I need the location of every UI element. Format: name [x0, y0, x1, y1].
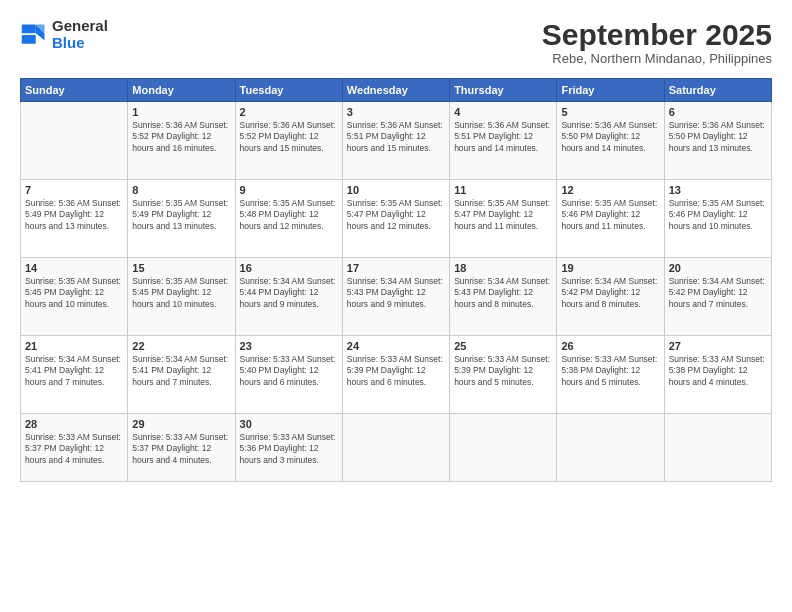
calendar-row: 14Sunrise: 5:35 AM Sunset: 5:45 PM Dayli…	[21, 258, 772, 336]
day-number: 5	[561, 106, 659, 118]
day-number: 29	[132, 418, 230, 430]
day-number: 4	[454, 106, 552, 118]
calendar-cell: 21Sunrise: 5:34 AM Sunset: 5:41 PM Dayli…	[21, 336, 128, 414]
day-number: 3	[347, 106, 445, 118]
calendar-cell: 22Sunrise: 5:34 AM Sunset: 5:41 PM Dayli…	[128, 336, 235, 414]
calendar-cell: 3Sunrise: 5:36 AM Sunset: 5:51 PM Daylig…	[342, 102, 449, 180]
day-info: Sunrise: 5:33 AM Sunset: 5:37 PM Dayligh…	[132, 432, 230, 466]
day-info: Sunrise: 5:34 AM Sunset: 5:43 PM Dayligh…	[347, 276, 445, 310]
day-info: Sunrise: 5:35 AM Sunset: 5:45 PM Dayligh…	[25, 276, 123, 310]
day-info: Sunrise: 5:35 AM Sunset: 5:46 PM Dayligh…	[669, 198, 767, 232]
calendar-cell: 23Sunrise: 5:33 AM Sunset: 5:40 PM Dayli…	[235, 336, 342, 414]
calendar-cell: 25Sunrise: 5:33 AM Sunset: 5:39 PM Dayli…	[450, 336, 557, 414]
day-number: 28	[25, 418, 123, 430]
svg-rect-4	[22, 35, 36, 44]
day-info: Sunrise: 5:36 AM Sunset: 5:51 PM Dayligh…	[347, 120, 445, 154]
logo: General Blue	[20, 18, 108, 51]
day-info: Sunrise: 5:36 AM Sunset: 5:50 PM Dayligh…	[561, 120, 659, 154]
day-info: Sunrise: 5:35 AM Sunset: 5:47 PM Dayligh…	[454, 198, 552, 232]
day-info: Sunrise: 5:36 AM Sunset: 5:52 PM Dayligh…	[132, 120, 230, 154]
day-number: 30	[240, 418, 338, 430]
weekday-header: Friday	[557, 79, 664, 102]
day-number: 26	[561, 340, 659, 352]
weekday-header: Thursday	[450, 79, 557, 102]
day-info: Sunrise: 5:34 AM Sunset: 5:42 PM Dayligh…	[669, 276, 767, 310]
calendar-row: 7Sunrise: 5:36 AM Sunset: 5:49 PM Daylig…	[21, 180, 772, 258]
day-number: 9	[240, 184, 338, 196]
calendar-cell: 9Sunrise: 5:35 AM Sunset: 5:48 PM Daylig…	[235, 180, 342, 258]
calendar-cell: 20Sunrise: 5:34 AM Sunset: 5:42 PM Dayli…	[664, 258, 771, 336]
calendar-cell	[450, 414, 557, 482]
day-info: Sunrise: 5:34 AM Sunset: 5:41 PM Dayligh…	[25, 354, 123, 388]
day-info: Sunrise: 5:36 AM Sunset: 5:51 PM Dayligh…	[454, 120, 552, 154]
month-title: September 2025	[542, 18, 772, 51]
calendar-cell: 18Sunrise: 5:34 AM Sunset: 5:43 PM Dayli…	[450, 258, 557, 336]
day-number: 24	[347, 340, 445, 352]
calendar-cell: 14Sunrise: 5:35 AM Sunset: 5:45 PM Dayli…	[21, 258, 128, 336]
logo-icon	[20, 21, 48, 49]
weekday-header: Monday	[128, 79, 235, 102]
calendar-cell: 11Sunrise: 5:35 AM Sunset: 5:47 PM Dayli…	[450, 180, 557, 258]
day-info: Sunrise: 5:35 AM Sunset: 5:46 PM Dayligh…	[561, 198, 659, 232]
calendar-cell: 5Sunrise: 5:36 AM Sunset: 5:50 PM Daylig…	[557, 102, 664, 180]
day-number: 12	[561, 184, 659, 196]
day-number: 2	[240, 106, 338, 118]
calendar-cell: 15Sunrise: 5:35 AM Sunset: 5:45 PM Dayli…	[128, 258, 235, 336]
location-subtitle: Rebe, Northern Mindanao, Philippines	[542, 51, 772, 66]
calendar-cell: 7Sunrise: 5:36 AM Sunset: 5:49 PM Daylig…	[21, 180, 128, 258]
day-number: 27	[669, 340, 767, 352]
day-info: Sunrise: 5:33 AM Sunset: 5:39 PM Dayligh…	[347, 354, 445, 388]
calendar-cell: 24Sunrise: 5:33 AM Sunset: 5:39 PM Dayli…	[342, 336, 449, 414]
calendar-cell: 27Sunrise: 5:33 AM Sunset: 5:38 PM Dayli…	[664, 336, 771, 414]
calendar-row: 21Sunrise: 5:34 AM Sunset: 5:41 PM Dayli…	[21, 336, 772, 414]
day-info: Sunrise: 5:33 AM Sunset: 5:36 PM Dayligh…	[240, 432, 338, 466]
day-info: Sunrise: 5:33 AM Sunset: 5:38 PM Dayligh…	[561, 354, 659, 388]
day-number: 6	[669, 106, 767, 118]
calendar-cell	[557, 414, 664, 482]
day-info: Sunrise: 5:34 AM Sunset: 5:41 PM Dayligh…	[132, 354, 230, 388]
day-number: 1	[132, 106, 230, 118]
day-info: Sunrise: 5:35 AM Sunset: 5:47 PM Dayligh…	[347, 198, 445, 232]
calendar-row: 28Sunrise: 5:33 AM Sunset: 5:37 PM Dayli…	[21, 414, 772, 482]
day-number: 18	[454, 262, 552, 274]
day-number: 19	[561, 262, 659, 274]
header-row: SundayMondayTuesdayWednesdayThursdayFrid…	[21, 79, 772, 102]
day-number: 16	[240, 262, 338, 274]
calendar-cell: 19Sunrise: 5:34 AM Sunset: 5:42 PM Dayli…	[557, 258, 664, 336]
day-info: Sunrise: 5:36 AM Sunset: 5:52 PM Dayligh…	[240, 120, 338, 154]
day-number: 15	[132, 262, 230, 274]
day-number: 21	[25, 340, 123, 352]
calendar-cell: 13Sunrise: 5:35 AM Sunset: 5:46 PM Dayli…	[664, 180, 771, 258]
calendar-cell	[664, 414, 771, 482]
day-number: 14	[25, 262, 123, 274]
day-number: 7	[25, 184, 123, 196]
calendar-cell: 2Sunrise: 5:36 AM Sunset: 5:52 PM Daylig…	[235, 102, 342, 180]
day-number: 10	[347, 184, 445, 196]
day-info: Sunrise: 5:34 AM Sunset: 5:44 PM Dayligh…	[240, 276, 338, 310]
calendar-cell: 4Sunrise: 5:36 AM Sunset: 5:51 PM Daylig…	[450, 102, 557, 180]
calendar-cell: 17Sunrise: 5:34 AM Sunset: 5:43 PM Dayli…	[342, 258, 449, 336]
calendar-cell: 12Sunrise: 5:35 AM Sunset: 5:46 PM Dayli…	[557, 180, 664, 258]
day-number: 13	[669, 184, 767, 196]
calendar-cell: 16Sunrise: 5:34 AM Sunset: 5:44 PM Dayli…	[235, 258, 342, 336]
day-number: 20	[669, 262, 767, 274]
weekday-header: Sunday	[21, 79, 128, 102]
day-info: Sunrise: 5:36 AM Sunset: 5:50 PM Dayligh…	[669, 120, 767, 154]
calendar-cell: 10Sunrise: 5:35 AM Sunset: 5:47 PM Dayli…	[342, 180, 449, 258]
day-info: Sunrise: 5:35 AM Sunset: 5:48 PM Dayligh…	[240, 198, 338, 232]
calendar-cell: 1Sunrise: 5:36 AM Sunset: 5:52 PM Daylig…	[128, 102, 235, 180]
header: General Blue September 2025 Rebe, Northe…	[20, 18, 772, 66]
day-info: Sunrise: 5:33 AM Sunset: 5:40 PM Dayligh…	[240, 354, 338, 388]
day-info: Sunrise: 5:34 AM Sunset: 5:42 PM Dayligh…	[561, 276, 659, 310]
logo-text: General Blue	[52, 18, 108, 51]
day-info: Sunrise: 5:36 AM Sunset: 5:49 PM Dayligh…	[25, 198, 123, 232]
calendar-cell: 8Sunrise: 5:35 AM Sunset: 5:49 PM Daylig…	[128, 180, 235, 258]
day-info: Sunrise: 5:34 AM Sunset: 5:43 PM Dayligh…	[454, 276, 552, 310]
svg-rect-3	[22, 24, 36, 33]
day-number: 25	[454, 340, 552, 352]
calendar-cell	[342, 414, 449, 482]
weekday-header: Saturday	[664, 79, 771, 102]
day-number: 23	[240, 340, 338, 352]
calendar-row: 1Sunrise: 5:36 AM Sunset: 5:52 PM Daylig…	[21, 102, 772, 180]
day-info: Sunrise: 5:33 AM Sunset: 5:38 PM Dayligh…	[669, 354, 767, 388]
